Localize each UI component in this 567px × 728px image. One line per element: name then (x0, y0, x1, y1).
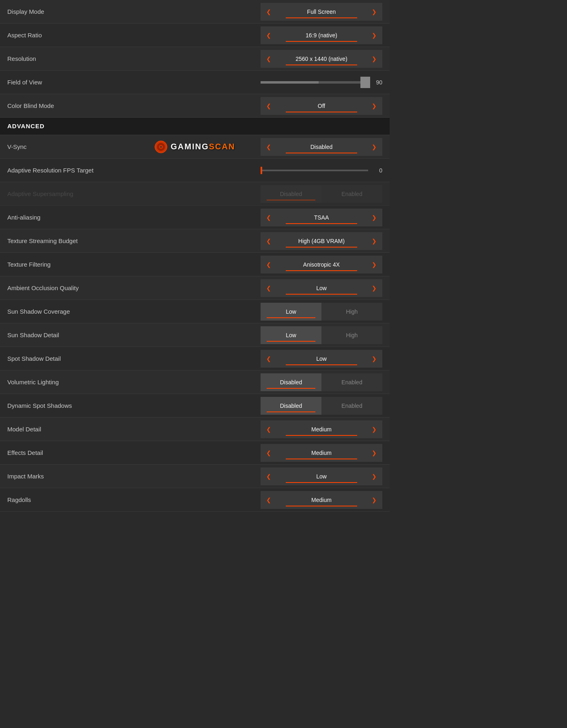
sun-shadow-coverage-label: Sun Shadow Coverage (7, 308, 261, 315)
adaptive-track[interactable] (261, 170, 368, 171)
ragdolls-next-btn[interactable] (366, 491, 382, 509)
adaptive-res-slider[interactable]: 0 (261, 167, 382, 174)
chevron-right-icon (372, 449, 377, 457)
spot-shadow-detail-next-btn[interactable] (366, 350, 382, 368)
resolution-prev-btn[interactable] (261, 50, 277, 68)
dynamic-spot-shadows-disabled-btn[interactable]: Disabled (261, 397, 321, 415)
color-blind-mode-label: Color Blind Mode (7, 102, 261, 109)
color-blind-mode-prev-btn[interactable] (261, 97, 277, 115)
effects-detail-control: Medium (261, 444, 382, 462)
texture-filtering-label: Texture Filtering (7, 261, 261, 268)
texture-filtering-control: Anisotropic 4X (261, 256, 382, 274)
texture-streaming-next-btn[interactable] (366, 232, 382, 250)
adaptive-res-fps-label: Adaptive Resolution FPS Target (7, 167, 261, 174)
color-blind-mode-value: Off (277, 97, 366, 115)
effects-detail-next-btn[interactable] (366, 444, 382, 462)
aspect-ratio-label: Aspect Ratio (7, 32, 261, 39)
volumetric-lighting-enabled-btn[interactable]: Enabled (321, 373, 382, 391)
ambient-occlusion-prev-btn[interactable] (261, 279, 277, 297)
ambient-occlusion-next-btn[interactable] (366, 279, 382, 297)
vsync-next-btn[interactable] (366, 138, 382, 156)
chevron-right-icon (372, 8, 377, 15)
ragdolls-prev-btn[interactable] (261, 491, 277, 509)
ragdolls-row: Ragdolls Medium (0, 488, 390, 512)
ambient-occlusion-label: Ambient Occlusion Quality (7, 284, 261, 291)
sun-shadow-coverage-high-btn[interactable]: High (321, 303, 382, 321)
dynamic-spot-shadows-enabled-btn[interactable]: Enabled (321, 397, 382, 415)
spot-shadow-detail-prev-btn[interactable] (261, 350, 277, 368)
aspect-ratio-prev-btn[interactable] (261, 26, 277, 44)
chevron-right-icon (372, 32, 377, 39)
texture-filtering-row: Texture Filtering Anisotropic 4X (0, 253, 390, 276)
anti-aliasing-next-btn[interactable] (366, 209, 382, 226)
sun-shadow-detail-control: Low High (261, 326, 382, 344)
ragdolls-label: Ragdolls (7, 496, 261, 503)
color-blind-mode-control: Off (261, 97, 382, 115)
sun-shadow-coverage-low-btn[interactable]: Low (261, 303, 321, 321)
display-mode-next-btn[interactable] (366, 3, 382, 21)
color-blind-mode-next-btn[interactable] (366, 97, 382, 115)
sun-shadow-detail-label: Sun Shadow Detail (7, 332, 261, 338)
volumetric-lighting-control: Disabled Enabled (261, 373, 382, 391)
volumetric-lighting-row: Volumetric Lighting Disabled Enabled (0, 370, 390, 394)
chevron-right-icon (372, 426, 377, 433)
sun-shadow-detail-high-btn[interactable]: High (321, 326, 382, 344)
color-blind-mode-row: Color Blind Mode Off (0, 94, 390, 118)
model-detail-value: Medium (277, 420, 366, 438)
chevron-right-icon (372, 143, 377, 151)
chevron-left-icon (266, 473, 271, 480)
fov-label: Field of View (7, 79, 261, 86)
texture-streaming-prev-btn[interactable] (261, 232, 277, 250)
chevron-left-icon (266, 261, 271, 268)
display-mode-row: Display Mode Full Screen (0, 0, 390, 24)
anti-aliasing-prev-btn[interactable] (261, 209, 277, 226)
vsync-value: Disabled (277, 138, 366, 156)
volumetric-lighting-disabled-btn[interactable]: Disabled (261, 373, 321, 391)
chevron-right-icon (372, 284, 377, 292)
vsync-prev-btn[interactable] (261, 138, 277, 156)
model-detail-row: Model Detail Medium (0, 418, 390, 441)
impact-marks-prev-btn[interactable] (261, 467, 277, 485)
chevron-left-icon (266, 426, 271, 433)
vsync-label: V-Sync (7, 143, 261, 150)
texture-streaming-control: High (4GB VRAM) (261, 232, 382, 250)
adaptive-supersampling-row: Adaptive Supersampling Disabled Enabled (0, 182, 390, 206)
display-mode-prev-btn[interactable] (261, 3, 277, 21)
sun-shadow-detail-low-btn[interactable]: Low (261, 326, 321, 344)
chevron-left-icon (266, 496, 271, 504)
sun-shadow-coverage-row: Sun Shadow Coverage Low High (0, 300, 390, 323)
model-detail-prev-btn[interactable] (261, 420, 277, 438)
settings-container: Display Mode Full Screen Aspect Ratio 16… (0, 0, 390, 512)
fov-slider[interactable]: 90 (261, 79, 382, 86)
ambient-occlusion-row: Ambient Occlusion Quality Low (0, 276, 390, 300)
fov-track[interactable] (261, 81, 366, 84)
aspect-ratio-control: 16:9 (native) (261, 26, 382, 44)
texture-filtering-prev-btn[interactable] (261, 256, 277, 274)
dynamic-spot-shadows-row: Dynamic Spot Shadows Disabled Enabled (0, 394, 390, 418)
chevron-right-icon (372, 214, 377, 221)
spot-shadow-detail-row: Spot Shadow Detail Low (0, 347, 390, 370)
chevron-right-icon (372, 237, 377, 245)
adaptive-supersampling-enabled-btn[interactable]: Enabled (321, 185, 382, 203)
ragdolls-value: Medium (277, 491, 366, 509)
texture-filtering-value: Anisotropic 4X (277, 256, 366, 274)
texture-filtering-next-btn[interactable] (366, 256, 382, 274)
resolution-control: 2560 x 1440 (native) (261, 50, 382, 68)
aspect-ratio-next-btn[interactable] (366, 26, 382, 44)
chevron-left-icon (266, 237, 271, 245)
effects-detail-prev-btn[interactable] (261, 444, 277, 462)
adaptive-supersampling-disabled-btn[interactable]: Disabled (261, 185, 321, 203)
dynamic-spot-shadows-control: Disabled Enabled (261, 397, 382, 415)
impact-marks-row: Impact Marks Low (0, 465, 390, 488)
spot-shadow-detail-label: Spot Shadow Detail (7, 355, 261, 362)
chevron-right-icon (372, 355, 377, 362)
adaptive-res-value: 0 (372, 167, 382, 174)
chevron-left-icon (266, 214, 271, 221)
impact-marks-next-btn[interactable] (366, 467, 382, 485)
resolution-next-btn[interactable] (366, 50, 382, 68)
adaptive-thumb (261, 167, 262, 174)
chevron-left-icon (266, 449, 271, 457)
texture-streaming-row: Texture Streaming Budget High (4GB VRAM) (0, 229, 390, 253)
model-detail-next-btn[interactable] (366, 420, 382, 438)
vsync-control: Disabled (261, 138, 382, 156)
